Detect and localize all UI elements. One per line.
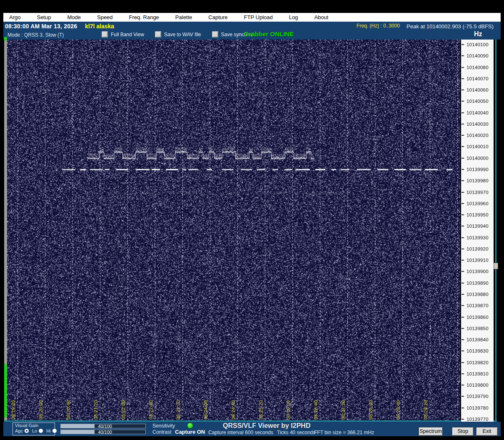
- spectrum-button[interactable]: Spectrum: [419, 427, 443, 436]
- checkbox-label: Save to WAV file: [164, 32, 201, 37]
- menu-item-ftp-upload[interactable]: FTP Upload: [242, 14, 275, 20]
- freq-scale-row: 10139910: [461, 257, 489, 263]
- freq-scale-row: 10139820: [461, 360, 489, 365]
- freq-scale-row: 10139930: [461, 235, 489, 241]
- frequency-scrollbar-track[interactable]: [495, 40, 497, 420]
- freq-tick-mark: [462, 328, 464, 329]
- radio-button-lo[interactable]: [39, 429, 43, 433]
- freq-label: 10139890: [467, 281, 489, 286]
- freq-label: 10139870: [467, 303, 489, 308]
- freq-tick-mark: [462, 180, 464, 181]
- checkbox-save-to-wav-file[interactable]: [155, 31, 161, 37]
- freq-tick-mark: [462, 55, 464, 56]
- stop-button[interactable]: Stop: [452, 427, 474, 436]
- freq-label: 10139780: [467, 405, 489, 410]
- freq-range-label: Freq. (Hz) : 0..3000: [357, 23, 400, 29]
- menu-item-mode[interactable]: Mode: [65, 14, 83, 20]
- freq-label: 10140010: [467, 144, 489, 149]
- radio-button-agc[interactable]: [25, 429, 29, 433]
- freq-tick-mark: [462, 283, 464, 283]
- freq-label: 10139960: [467, 201, 489, 206]
- exit-button[interactable]: Exit: [476, 427, 498, 436]
- freq-tick-mark: [462, 317, 464, 318]
- freq-scale-row: 10139770: [461, 416, 489, 422]
- freq-label: 10139820: [467, 360, 489, 365]
- app-title: QRSS/VLF Viewer by I2PHD: [223, 422, 310, 430]
- frequency-scrollbar-thumb[interactable]: [494, 263, 498, 269]
- freq-label: 10140050: [467, 99, 489, 104]
- freq-label: 10140080: [467, 65, 489, 70]
- freq-scale-row: 10140020: [461, 132, 489, 138]
- freq-label: 10139990: [467, 167, 489, 172]
- sensitivity-value: 40/100: [98, 424, 112, 429]
- freq-tick-mark: [462, 419, 464, 420]
- freq-tick-mark: [462, 362, 464, 363]
- contrast-slider[interactable]: 40/100: [60, 430, 146, 434]
- freq-tick-mark: [462, 385, 464, 385]
- sensitivity-slider-fill: [61, 424, 95, 428]
- freq-scale-row: 10140030: [461, 121, 489, 127]
- freq-tick-mark: [462, 146, 464, 147]
- freq-tick-mark: [462, 237, 464, 238]
- freq-label: 10139910: [467, 258, 489, 263]
- freq-label: 10140000: [467, 156, 489, 161]
- freq-scale-row: 10140050: [461, 98, 489, 104]
- freq-tick-mark: [462, 135, 464, 136]
- freq-tick-mark: [462, 260, 464, 261]
- freq-tick-mark: [462, 89, 464, 90]
- freq-tick-mark: [462, 203, 464, 204]
- freq-tick-mark: [462, 67, 464, 68]
- freq-tick-mark: [462, 408, 464, 408]
- contrast-label: Contrast: [152, 429, 171, 435]
- menu-item-capture[interactable]: Capture: [206, 14, 230, 20]
- ticks-info: Ticks 40 seconds: [277, 430, 315, 435]
- menu-item-about[interactable]: About: [312, 14, 331, 20]
- sensitivity-slider[interactable]: 40/100: [60, 424, 146, 428]
- checkbox-full-band-view[interactable]: [102, 31, 108, 37]
- left-level-top-marker: [4, 37, 7, 41]
- freq-label: 10139810: [467, 371, 489, 376]
- freq-scale-row: 10139780: [461, 405, 489, 411]
- radio-button-hi[interactable]: [52, 429, 57, 433]
- menu-item-log[interactable]: Log: [287, 14, 301, 20]
- menu-item-setup[interactable]: Setup: [34, 14, 53, 20]
- mode-label: Mode : QRSS 3, Slow (T): [7, 32, 64, 38]
- freq-label: 10139940: [467, 224, 489, 229]
- freq-label: 10139860: [467, 315, 489, 320]
- freq-scale-row: 10139890: [461, 280, 489, 286]
- freq-scale-row: 10139940: [461, 223, 489, 229]
- freq-scale-row: 10139800: [461, 382, 489, 388]
- freq-tick-mark: [462, 339, 464, 340]
- menu-item-palette[interactable]: Palette: [173, 14, 195, 20]
- capture-interval-info: Capture interval 600 seconds: [208, 430, 273, 435]
- status-bar: Visual Gain AgcLoHi 40/100 40/100 Sensit…: [3, 422, 501, 436]
- freq-scale-row: 10140000: [461, 155, 489, 161]
- freq-tick-mark: [462, 271, 464, 272]
- menu-item-speed[interactable]: Speed: [95, 14, 115, 20]
- freq-scale-row: 10139970: [461, 189, 489, 195]
- freq-tick-mark: [462, 351, 464, 351]
- grabber-status: Grabber ONLINE: [244, 30, 294, 37]
- freq-scale-row: 10140090: [461, 53, 489, 59]
- freq-scale-row: 10139850: [461, 326, 489, 331]
- freq-scale-row: 10139960: [461, 201, 489, 206]
- contrast-value: 40/100: [98, 430, 112, 435]
- frequency-scale: 1014010010140090101400801014007010140060…: [461, 40, 494, 422]
- freq-scale-row: 10139860: [461, 314, 489, 320]
- freq-tick-mark: [462, 305, 464, 306]
- menu-item-argo[interactable]: Argo: [7, 14, 23, 20]
- menu-item-freq-range[interactable]: Freq. Range: [127, 14, 162, 20]
- freq-label: 10139830: [467, 348, 489, 353]
- freq-scale-row: 10140080: [461, 65, 489, 70]
- freq-label: 10140040: [467, 110, 489, 115]
- freq-label: 10139950: [467, 212, 489, 217]
- header-bar: 08:30:00 AM Mar 13, 2026 kl7l alaska Fre…: [3, 22, 501, 40]
- radio-item-agc: Agc: [15, 428, 29, 433]
- freq-scale-row: 10139880: [461, 291, 489, 297]
- checkbox-save-synch-ed[interactable]: [212, 31, 218, 37]
- freq-tick-mark: [462, 158, 464, 159]
- freq-label: 10140060: [467, 87, 489, 92]
- waterfall-display[interactable]: [7, 40, 460, 422]
- freq-tick-mark: [462, 101, 464, 102]
- freq-label: 10139880: [467, 292, 489, 297]
